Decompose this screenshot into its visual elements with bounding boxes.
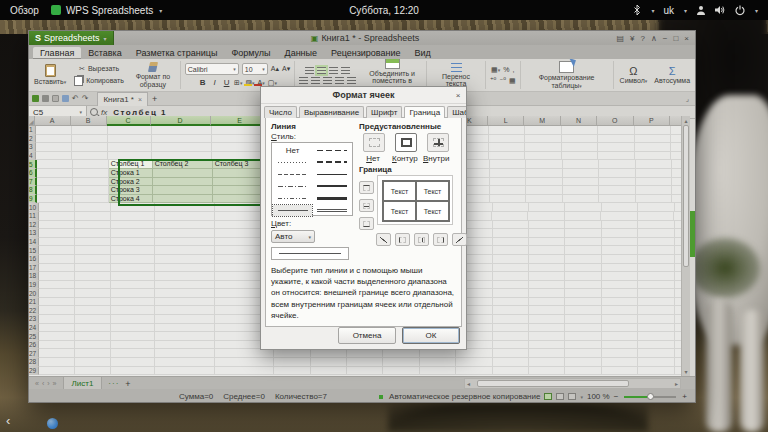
app-chip[interactable]: S Spreadsheets ▾ [29,31,114,45]
dock-app-icon[interactable] [47,418,58,429]
undo-icon[interactable]: ↶ [72,94,79,103]
dock-hide-chevron-icon[interactable]: ‹ [6,413,10,428]
grid-cell-C20[interactable] [111,289,155,298]
grid-cell-M21[interactable] [529,298,565,307]
grid-cell-N14[interactable] [565,238,601,247]
grid-cell-D3[interactable] [152,143,212,152]
grid-cell-C4[interactable] [108,152,152,161]
grid-cell-L11[interactable] [492,212,528,221]
grid-cell-P24[interactable] [638,324,674,333]
grid-cell-B11[interactable] [75,212,111,221]
grid-cell-C16[interactable] [111,255,155,264]
grid-cell-H29[interactable] [347,367,383,376]
grid-cell-C12[interactable] [111,221,155,230]
grid-cell-N23[interactable] [565,315,601,324]
grid-cell-D2[interactable] [152,135,212,144]
grid-cell-N5[interactable] [563,160,599,169]
line-color-select[interactable]: Авто▾ [271,230,315,243]
grid-cell-C14[interactable] [111,238,155,247]
row-header-13[interactable]: 13 [29,229,39,238]
grid-cell-P3[interactable] [635,143,671,152]
grid-cell-P12[interactable] [638,221,674,230]
grid-cell-L8[interactable] [490,186,526,195]
row-header-25[interactable]: 25 [29,332,39,341]
grid-cell-H28[interactable] [347,358,383,367]
grid-cell-D15[interactable] [155,246,215,255]
grid-cell-K27[interactable] [456,349,492,358]
grid-cell-O5[interactable] [599,160,635,169]
grid-cell-B22[interactable] [75,306,111,315]
grid-cell-D16[interactable] [155,255,215,264]
grid-cell-L6[interactable] [490,169,526,178]
grid-cell-P29[interactable] [638,367,674,376]
keyboard-layout-indicator[interactable]: uk [663,5,674,16]
new-document-tab-button[interactable]: + [152,94,157,104]
grid-cell-D12[interactable] [155,221,215,230]
grid-cell-M4[interactable] [525,152,561,161]
grid-cell-O22[interactable] [602,306,638,315]
grid-cell-A17[interactable] [39,264,75,273]
grid-cell-A8[interactable] [37,186,73,195]
decrease-indent-icon[interactable] [335,77,344,84]
sheet-nav-icon[interactable]: « [35,380,39,387]
grid-cell-N24[interactable] [565,324,601,333]
grid-cell-A21[interactable] [39,298,75,307]
grid-cell-D10[interactable] [155,203,215,212]
page-layout-view-icon[interactable] [556,393,564,400]
grid-cell-O6[interactable] [599,169,635,178]
grid-cell-C3[interactable] [108,143,152,152]
grid-cell-M12[interactable] [529,221,565,230]
page-break-view-icon[interactable] [568,393,576,400]
autosum-button[interactable]: Σ Автосумма [652,66,692,84]
dialog-tab-Число[interactable]: Число [264,106,297,118]
grid-cell-H27[interactable] [347,349,383,358]
italic-button[interactable]: I [210,78,219,87]
grid-cell-C5[interactable]: Столбец 1 [109,160,153,169]
grid-cell-M20[interactable] [529,289,565,298]
grid-cell-P21[interactable] [638,298,674,307]
preset-none-button[interactable] [363,133,385,152]
paste-button[interactable]: Вставить▾ [32,64,68,85]
grid-cell-F28[interactable] [274,358,310,367]
vertical-scroll-thumb[interactable] [683,125,689,267]
grid-cell-D22[interactable] [155,306,215,315]
grid-cell-D8[interactable] [153,186,213,195]
grid-cell-A19[interactable] [39,281,75,290]
grid-cell-P16[interactable] [638,255,674,264]
ribbon-tab-Вставка[interactable]: Вставка [81,47,128,59]
row-header-24[interactable]: 24 [29,324,39,333]
grid-cell-B3[interactable] [72,143,108,152]
grid-cell-P9[interactable] [636,195,672,204]
grid-cell-M6[interactable] [526,169,562,178]
percent-style-button[interactable]: % [503,66,509,73]
grid-cell-O16[interactable] [602,255,638,264]
grid-cell-D1[interactable] [152,126,212,135]
print-preview-icon[interactable] [52,95,59,102]
row-header-16[interactable]: 16 [29,255,39,264]
line-style-dashmd[interactable] [312,145,351,156]
grid-cell-L4[interactable] [489,152,525,161]
grid-cell-B7[interactable] [73,178,109,187]
grid-cell-B9[interactable] [73,195,109,204]
grid-cell-D7[interactable] [153,178,213,187]
bold-button[interactable]: B [198,78,207,87]
grid-cell-L15[interactable] [493,246,529,255]
column-header-C[interactable]: C [107,116,151,126]
grid-cell-D25[interactable] [155,332,215,341]
grid-cell-M8[interactable] [526,186,562,195]
grid-cell-O2[interactable] [598,135,634,144]
align-top-icon[interactable] [305,67,314,74]
scroll-right-icon[interactable]: ▸ [675,380,678,387]
format-cells-launcher[interactable]: ▦ [509,77,516,85]
grid-cell-C8[interactable]: Строка 3 [109,186,153,195]
border-horizontal-middle-button[interactable] [359,199,374,212]
grid-cell-A11[interactable] [39,212,75,221]
print-icon[interactable] [42,95,49,102]
grid-cell-N15[interactable] [565,246,601,255]
grid-cell-B20[interactable] [75,289,111,298]
grid-cell-O17[interactable] [602,264,638,273]
grid-cell-C25[interactable] [111,332,155,341]
grid-cell-B15[interactable] [75,246,111,255]
grid-cell-L17[interactable] [493,264,529,273]
grid-cell-L23[interactable] [493,315,529,324]
